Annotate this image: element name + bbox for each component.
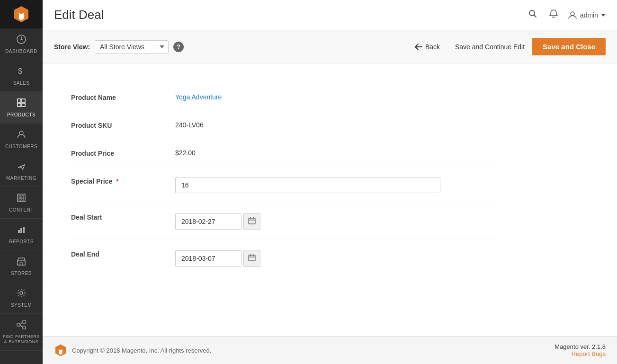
svg-rect-11 (19, 195, 21, 197)
reports-icon (16, 224, 27, 237)
search-icon (528, 9, 537, 18)
deal-start-input[interactable] (175, 213, 241, 230)
sidebar-item-marketing-label: MARKETING (6, 176, 36, 181)
save-close-button[interactable]: Save and Close (532, 38, 606, 55)
label-product-price: Product Price (71, 147, 175, 157)
search-button[interactable] (526, 7, 539, 23)
sidebar-logo (0, 0, 43, 28)
svg-rect-17 (23, 227, 25, 233)
sidebar-item-stores[interactable]: STORES (0, 250, 43, 282)
svg-line-25 (20, 325, 23, 328)
sidebar-item-partners[interactable]: FIND PARTNERS & EXTENSIONS (0, 314, 43, 351)
svg-point-20 (20, 292, 23, 294)
sidebar-item-reports-label: REPORTS (9, 239, 34, 244)
svg-rect-8 (22, 103, 25, 107)
svg-rect-5 (18, 99, 21, 102)
sidebar-item-customers-label: CUSTOMERS (5, 144, 37, 149)
sales-icon: $ (16, 66, 27, 79)
label-deal-end: Deal End (71, 248, 175, 258)
form-row-deal-start: Deal Start (71, 202, 497, 239)
admin-user-menu[interactable]: admin (568, 10, 606, 20)
top-header: Edit Deal admin (43, 0, 617, 30)
deal-end-calendar-button[interactable] (243, 250, 260, 267)
back-button[interactable]: Back (407, 39, 447, 54)
svg-line-24 (20, 322, 23, 325)
svg-rect-7 (18, 103, 21, 107)
form-row-product-price: Product Price $22.00 (71, 138, 497, 166)
svg-text:$: $ (18, 67, 22, 75)
footer-version: Magento ver. 2.1.8 (554, 343, 606, 350)
label-product-sku: Product SKU (71, 119, 175, 129)
marketing-icon (16, 161, 27, 174)
page-title: Edit Deal (54, 8, 104, 22)
sidebar-item-products[interactable]: PRODUCTS (0, 92, 43, 124)
sidebar-item-customers[interactable]: CUSTOMERS (0, 124, 43, 155)
value-deal-end (175, 248, 497, 267)
product-sku-value: 240-LV06 (175, 121, 204, 129)
store-view-wrapper: Store View: All Store ViewsDefault Store… (54, 40, 184, 53)
form-row-product-name: Product Name Yoga Adventure (71, 82, 497, 110)
partners-icon (16, 320, 27, 332)
svg-rect-23 (23, 326, 26, 329)
content-area: Product Name Yoga Adventure Product SKU … (43, 63, 617, 336)
form-row-special-price: Special Price * (71, 166, 497, 202)
deal-end-input[interactable] (175, 250, 241, 266)
deal-end-wrapper (175, 250, 497, 267)
value-deal-start (175, 211, 497, 230)
svg-rect-6 (22, 99, 25, 102)
sidebar-item-dashboard[interactable]: DASHBOARD (0, 28, 43, 60)
sidebar-item-products-label: PRODUCTS (7, 112, 36, 117)
svg-point-3 (21, 39, 22, 40)
sidebar-item-dashboard-label: DASHBOARD (5, 49, 37, 54)
svg-rect-33 (249, 255, 255, 261)
notifications-button[interactable] (547, 7, 560, 23)
svg-rect-12 (22, 195, 24, 197)
special-price-input[interactable] (175, 177, 440, 193)
label-special-price: Special Price * (71, 175, 175, 185)
sidebar-item-stores-label: STORES (11, 271, 32, 276)
sidebar: DASHBOARD $ SALES PRODUCTS CUSTOM (0, 0, 43, 364)
product-price-value: $22.00 (175, 149, 196, 157)
help-icon[interactable]: ? (173, 42, 184, 52)
store-view-select[interactable]: All Store ViewsDefault Store View (95, 40, 169, 53)
value-product-price: $22.00 (175, 147, 497, 157)
header-actions: admin (526, 7, 606, 23)
svg-rect-15 (18, 230, 20, 233)
svg-rect-13 (19, 198, 21, 200)
product-name-link[interactable]: Yoga Adventure (175, 93, 222, 101)
calendar-icon-2 (248, 254, 256, 261)
toolbar: Store View: All Store ViewsDefault Store… (43, 30, 617, 63)
sidebar-item-sales[interactable]: $ SALES (0, 60, 43, 92)
report-bugs-link[interactable]: Report Bugs (572, 350, 606, 357)
footer-left: Copyright © 2018 Magento, Inc. All right… (54, 344, 211, 357)
footer-logo (54, 344, 67, 357)
form-row-deal-end: Deal End (71, 239, 497, 275)
svg-rect-10 (18, 194, 25, 202)
save-continue-button[interactable]: Save and Continue Edit (447, 39, 532, 54)
footer-right: Magento ver. 2.1.8 Report Bugs (554, 343, 606, 357)
user-icon (568, 10, 577, 20)
value-product-name: Yoga Adventure (175, 91, 497, 101)
svg-rect-16 (20, 228, 22, 233)
sidebar-item-content[interactable]: CONTENT (0, 187, 43, 219)
content-icon (16, 193, 27, 205)
store-view-label: Store View: (54, 43, 90, 51)
back-label: Back (425, 43, 440, 51)
sidebar-item-reports[interactable]: REPORTS (0, 219, 43, 250)
sidebar-item-system-label: SYSTEM (11, 302, 32, 308)
admin-label: admin (580, 11, 598, 19)
bell-icon (549, 9, 558, 18)
deal-start-wrapper (175, 213, 497, 230)
form-table: Product Name Yoga Adventure Product SKU … (71, 82, 497, 275)
deal-start-calendar-button[interactable] (243, 213, 260, 230)
svg-line-27 (534, 15, 536, 18)
value-special-price (175, 175, 497, 193)
sidebar-item-system[interactable]: SYSTEM (0, 282, 43, 314)
value-product-sku: 240-LV06 (175, 119, 497, 129)
calendar-icon (248, 217, 256, 224)
svg-rect-21 (17, 323, 20, 326)
sidebar-item-partners-label: FIND PARTNERS & EXTENSIONS (2, 334, 41, 345)
sidebar-item-marketing[interactable]: MARKETING (0, 155, 43, 187)
svg-point-28 (571, 12, 574, 16)
dashboard-icon (16, 34, 27, 47)
